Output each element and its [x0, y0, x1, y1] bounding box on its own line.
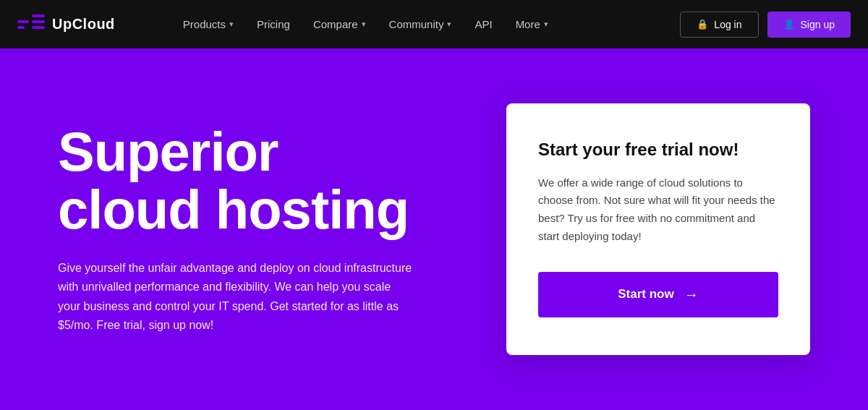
nav-pricing[interactable]: Pricing: [247, 12, 300, 36]
card-title: Start your free trial now!: [538, 138, 778, 161]
chevron-down-icon: ▾: [544, 20, 548, 29]
logo-link[interactable]: UpCloud: [17, 14, 115, 35]
svg-rect-0: [17, 20, 29, 23]
nav-community[interactable]: Community ▾: [379, 12, 462, 36]
navbar: UpCloud Products ▾ Pricing Compare ▾ Com…: [0, 0, 868, 48]
hero-heading: Superior cloud hosting: [58, 123, 492, 239]
nav-more[interactable]: More ▾: [506, 12, 558, 36]
svg-rect-2: [32, 14, 45, 17]
nav-compare[interactable]: Compare ▾: [303, 12, 376, 36]
login-button[interactable]: 🔒 Log in: [680, 12, 758, 38]
chevron-down-icon: ▾: [447, 20, 451, 29]
user-icon: 👤: [783, 19, 795, 30]
nav-products[interactable]: Products ▾: [173, 12, 244, 36]
signup-button[interactable]: 👤 Sign up: [767, 12, 851, 38]
hero-section: Superior cloud hosting Give yourself the…: [0, 48, 868, 410]
start-now-button[interactable]: Start now →: [538, 272, 778, 317]
hero-subtext: Give yourself the unfair advantage and d…: [58, 259, 412, 336]
svg-rect-1: [17, 26, 25, 29]
nav-links: Products ▾ Pricing Compare ▾ Community ▾…: [173, 12, 681, 36]
logo-text: UpCloud: [52, 16, 115, 33]
svg-rect-3: [32, 20, 45, 23]
svg-rect-4: [32, 26, 45, 29]
trial-card: Start your free trial now! We offer a wi…: [506, 103, 810, 354]
card-description: We offer a wide range of cloud solutions…: [538, 174, 778, 246]
logo-icon: [17, 14, 45, 35]
hero-content: Superior cloud hosting Give yourself the…: [58, 123, 492, 335]
lock-icon: 🔒: [697, 19, 708, 30]
nav-actions: 🔒 Log in 👤 Sign up: [680, 12, 851, 38]
chevron-down-icon: ▾: [362, 20, 366, 29]
chevron-down-icon: ▾: [229, 20, 234, 29]
arrow-right-icon: →: [684, 286, 699, 303]
nav-api[interactable]: API: [464, 12, 502, 36]
